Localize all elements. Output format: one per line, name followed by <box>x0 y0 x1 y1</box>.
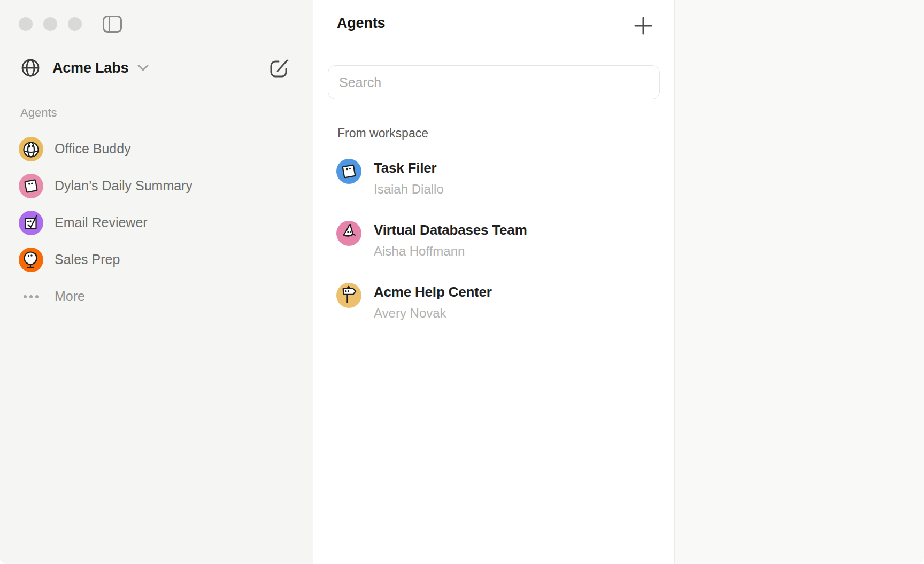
checklist-face-icon <box>19 211 43 235</box>
more-label: More <box>55 289 85 304</box>
detail-pane-empty <box>675 0 924 564</box>
sidebar-item-dylans-daily-summary[interactable]: Dylan’s Daily Summary <box>19 167 297 204</box>
add-agent-button[interactable] <box>632 14 654 37</box>
window-controls <box>19 17 82 31</box>
from-workspace-label: From workspace <box>337 126 428 141</box>
sidebar-item-label: Email Reviewer <box>55 215 148 230</box>
note-face-icon <box>336 159 361 184</box>
globe-face-icon <box>19 137 43 161</box>
agent-owner: Isaiah Diallo <box>374 181 444 197</box>
agent-text: Virtual Databases Team Aisha Hoffmann <box>374 221 527 259</box>
agent-row-acme-help-center[interactable]: Acme Help Center Avery Novak <box>336 283 657 321</box>
agent-text: Task Filer Isaiah Diallo <box>374 159 444 197</box>
workspace-switcher[interactable]: Acme Labs <box>20 54 149 82</box>
agent-row-virtual-databases-team[interactable]: Virtual Databases Team Aisha Hoffmann <box>336 221 657 259</box>
sidebar-item-label: Sales Prep <box>55 252 120 267</box>
app-window: Acme Labs Agents <box>0 0 924 564</box>
globe-icon <box>20 58 41 78</box>
sidebar: Acme Labs Agents <box>0 0 313 564</box>
page-title: Agents <box>337 15 385 32</box>
minimize-window-button[interactable] <box>43 17 57 31</box>
sidebar-toggle-button[interactable] <box>101 13 124 35</box>
workspace-agent-list: Task Filer Isaiah Diallo Virtual Databas… <box>336 159 657 345</box>
note-face-icon <box>19 174 43 198</box>
sidebar-section-label: Agents <box>20 106 57 120</box>
wizard-hat-icon <box>336 221 361 246</box>
sidebar-agent-list: Office Buddy Dylan’s Daily Summary <box>19 130 297 315</box>
search-input[interactable] <box>328 65 660 99</box>
signpost-icon <box>336 283 361 308</box>
new-chat-button[interactable] <box>267 56 292 80</box>
agent-owner: Aisha Hoffmann <box>374 243 527 259</box>
agent-row-task-filer[interactable]: Task Filer Isaiah Diallo <box>336 159 657 197</box>
ellipsis-icon <box>19 284 43 309</box>
zoom-window-button[interactable] <box>68 17 82 31</box>
agent-name: Acme Help Center <box>374 283 492 301</box>
agent-name: Task Filer <box>374 159 444 177</box>
sidebar-item-more[interactable]: More <box>19 278 297 315</box>
sidebar-item-label: Dylan’s Daily Summary <box>55 178 192 194</box>
agent-text: Acme Help Center Avery Novak <box>374 283 492 321</box>
sidebar-item-office-buddy[interactable]: Office Buddy <box>19 130 297 167</box>
sidebar-item-email-reviewer[interactable]: Email Reviewer <box>19 204 297 241</box>
compose-icon <box>268 57 291 79</box>
sidebar-toggle-icon <box>102 14 122 34</box>
close-window-button[interactable] <box>19 17 33 31</box>
plus-icon <box>634 17 652 35</box>
agent-owner: Avery Novak <box>374 305 492 321</box>
sidebar-item-label: Office Buddy <box>55 141 131 157</box>
chevron-down-icon <box>137 64 149 72</box>
desk-globe-face-icon <box>19 248 43 272</box>
agent-name: Virtual Databases Team <box>374 221 527 239</box>
sidebar-item-sales-prep[interactable]: Sales Prep <box>19 241 297 278</box>
workspace-name: Acme Labs <box>52 60 128 76</box>
agents-panel: Agents From workspace <box>313 0 675 564</box>
